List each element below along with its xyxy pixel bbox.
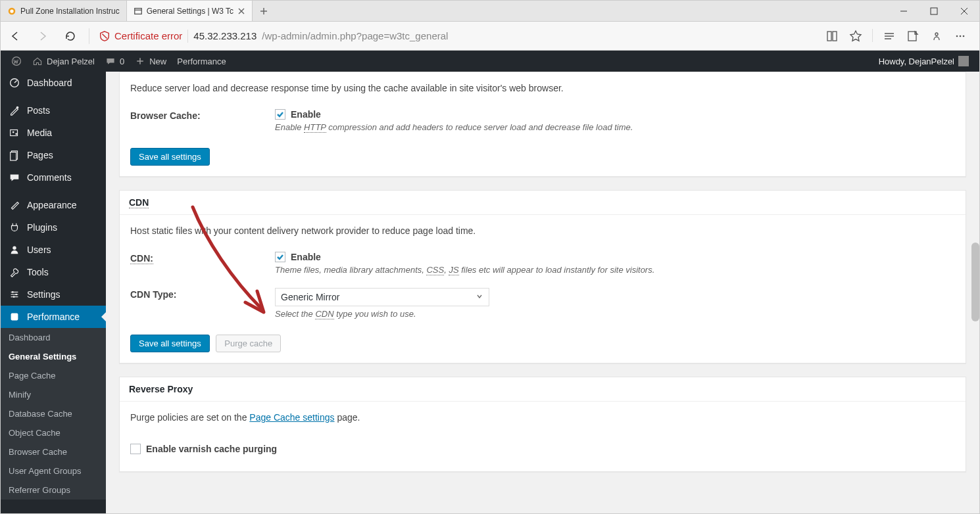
- menu-dashboard[interactable]: Dashboard: [1, 72, 106, 94]
- svg-point-39: [15, 294, 17, 296]
- menu-label: Tools: [27, 267, 49, 277]
- cdn-enable-checkbox[interactable]: Enable: [275, 252, 955, 262]
- submenu-dashboard[interactable]: Dashboard: [1, 328, 106, 347]
- submenu-page-cache[interactable]: Page Cache: [1, 366, 106, 385]
- comments-menu[interactable]: 0: [100, 51, 130, 72]
- wp-logo-menu[interactable]: [6, 51, 27, 72]
- svg-point-34: [12, 246, 16, 250]
- chevron-down-icon: [476, 292, 483, 302]
- menu-posts[interactable]: Posts: [1, 99, 106, 122]
- back-button[interactable]: [6, 27, 24, 45]
- divider: [872, 29, 873, 42]
- menu-pages[interactable]: Pages: [1, 144, 106, 166]
- divider: [187, 30, 188, 43]
- reading-list-icon[interactable]: [825, 29, 839, 43]
- menu-users[interactable]: Users: [1, 239, 106, 261]
- share-icon[interactable]: [929, 29, 944, 43]
- wp-sidebar: Dashboard Posts Media Pages Comments App…: [1, 72, 106, 513]
- scrollbar-thumb[interactable]: [971, 243, 979, 321]
- menu-comments[interactable]: Comments: [1, 166, 106, 189]
- save-button[interactable]: Save all settings: [130, 335, 210, 352]
- browser-cache-help: Enable HTTP compression and add headers …: [275, 122, 955, 132]
- menu-settings[interactable]: Settings: [1, 283, 106, 306]
- varnish-enable-checkbox[interactable]: Enable varnish cache purging: [130, 444, 277, 454]
- hub-icon[interactable]: [882, 29, 896, 43]
- browser-cache-enable-checkbox[interactable]: Enable: [275, 109, 955, 120]
- menu-media[interactable]: Media: [1, 122, 106, 144]
- varnish-label: Enable varnish cache purging: [146, 444, 277, 454]
- browser-tab-active[interactable]: General Settings | W3 Tc: [127, 1, 253, 21]
- new-tab-button[interactable]: [253, 1, 275, 21]
- svg-rect-9: [931, 8, 937, 14]
- maximize-button[interactable]: [919, 1, 949, 21]
- checkbox-icon: [130, 444, 141, 454]
- submenu-minify[interactable]: Minify: [1, 385, 106, 404]
- notes-icon[interactable]: [906, 29, 920, 43]
- submenu-referrer-groups[interactable]: Referrer Groups: [1, 480, 106, 500]
- minimize-button[interactable]: [889, 1, 919, 21]
- svg-point-30: [12, 131, 14, 133]
- url-path: /wp-admin/admin.php?page=w3tc_general: [262, 30, 448, 41]
- svg-rect-41: [11, 314, 18, 321]
- menu-label: Settings: [27, 289, 61, 300]
- more-icon[interactable]: [953, 29, 968, 43]
- svg-point-20: [956, 35, 958, 37]
- svg-point-28: [16, 106, 19, 109]
- performance-menu[interactable]: Performance: [172, 51, 231, 72]
- cdn-type-label: CDN Type:: [130, 288, 275, 319]
- browser-cache-label: Browser Cache:: [130, 109, 275, 132]
- menu-tools[interactable]: Tools: [1, 261, 106, 283]
- url-field[interactable]: Certificate error 45.32.233.213/wp-admin…: [99, 30, 816, 43]
- enable-label: Enable: [291, 252, 321, 262]
- menu-label: Comments: [27, 172, 72, 183]
- checkbox-icon: [275, 109, 285, 120]
- svg-rect-14: [833, 32, 837, 41]
- save-button[interactable]: Save all settings: [130, 148, 210, 166]
- svg-rect-33: [11, 152, 16, 161]
- menu-performance[interactable]: Performance: [1, 306, 106, 328]
- comment-count: 0: [120, 57, 124, 66]
- close-tab-icon[interactable]: [237, 7, 245, 15]
- purge-cache-button[interactable]: Purge cache: [216, 335, 281, 352]
- submenu-general-settings[interactable]: General Settings: [1, 347, 106, 366]
- favorites-icon[interactable]: [848, 29, 863, 43]
- howdy-text: Howdy, DejanPelzel: [879, 57, 954, 66]
- svg-line-12: [102, 34, 107, 38]
- submenu-browser-cache[interactable]: Browser Cache: [1, 442, 106, 461]
- reverse-proxy-desc: Purge policies are set on the Page Cache…: [130, 412, 955, 423]
- svg-rect-2: [135, 8, 142, 14]
- window-controls: [889, 1, 979, 21]
- tab-title: Pull Zone Installation Instruc: [20, 7, 120, 16]
- cdn-desc: Host static files with your content deli…: [130, 225, 955, 236]
- site-name-menu[interactable]: Dejan Pelzel: [27, 51, 100, 72]
- favicon-icon: [7, 7, 16, 16]
- browser-tab-inactive[interactable]: Pull Zone Installation Instruc: [1, 1, 127, 21]
- page-cache-settings-link[interactable]: Page Cache settings: [249, 412, 334, 423]
- avatar-icon: [958, 56, 969, 66]
- section-browser-cache: Reduce server load and decrease response…: [119, 72, 966, 177]
- menu-appearance[interactable]: Appearance: [1, 194, 106, 216]
- cert-error-text: Certificate error: [114, 30, 182, 41]
- cdn-type-select[interactable]: Generic Mirror: [275, 288, 489, 306]
- menu-plugins[interactable]: Plugins: [1, 216, 106, 239]
- menu-label: Dashboard: [27, 78, 72, 88]
- close-window-button[interactable]: [949, 1, 979, 21]
- site-name: Dejan Pelzel: [47, 57, 95, 66]
- cert-error-badge[interactable]: Certificate error: [99, 30, 182, 42]
- menu-label: Media: [27, 128, 52, 138]
- submenu-database-cache[interactable]: Database Cache: [1, 404, 106, 423]
- new-content-menu[interactable]: New: [130, 51, 172, 72]
- forward-button[interactable]: [34, 27, 52, 45]
- howdy-menu[interactable]: Howdy, DejanPelzel: [879, 56, 974, 66]
- favicon-icon: [134, 7, 143, 16]
- browser-cache-desc: Reduce server load and decrease response…: [130, 83, 955, 93]
- url-host: 45.32.233.213: [193, 30, 257, 41]
- submenu-user-agent-groups[interactable]: User Agent Groups: [1, 461, 106, 480]
- performance-label: Performance: [177, 57, 226, 66]
- refresh-button[interactable]: [61, 27, 80, 45]
- menu-label: Appearance: [27, 200, 77, 210]
- toolbar-right: [825, 29, 974, 43]
- submenu-object-cache[interactable]: Object Cache: [1, 423, 106, 442]
- svg-point-31: [15, 133, 17, 135]
- svg-point-19: [935, 33, 938, 35]
